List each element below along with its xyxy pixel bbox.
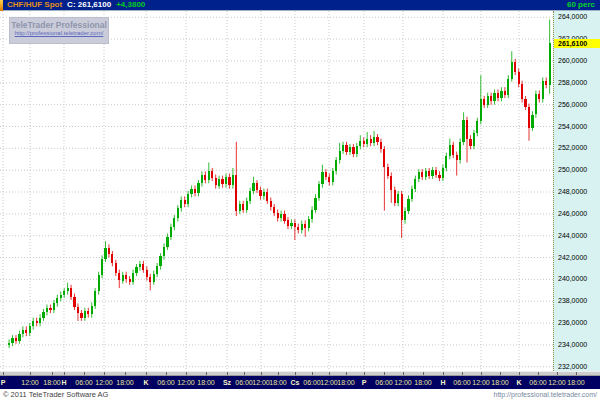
candle-body	[376, 137, 378, 141]
symbol-label: CHF/HUF Spot	[7, 0, 62, 10]
candle-body	[428, 171, 430, 175]
candle-body	[507, 79, 509, 95]
candle-body	[542, 81, 544, 100]
time-axis-tick	[481, 372, 482, 375]
time-axis-day-label: H	[61, 378, 66, 387]
candle-body	[73, 297, 75, 307]
time-axis-time-label: 06:00	[157, 378, 175, 387]
footer-bar: © 2011 TeleTrader Software AG http://pro…	[0, 389, 600, 400]
candle-body	[459, 142, 461, 161]
candle-body	[304, 224, 306, 228]
candle-body	[480, 99, 482, 121]
watermark: TeleTrader Professional http://professio…	[9, 17, 109, 44]
time-axis-tick	[206, 372, 207, 375]
price-axis-label: 256,0000	[558, 101, 587, 109]
candle-body	[394, 190, 396, 203]
candle-body	[42, 312, 44, 318]
interval-label[interactable]: 60 perc	[567, 0, 595, 10]
price-axis-label: 248,0000	[558, 188, 587, 196]
footer-url[interactable]: http://professional.teletrader.com/	[494, 390, 598, 400]
time-axis-tick	[443, 372, 444, 375]
candle-body	[342, 145, 344, 151]
candle-body	[524, 99, 526, 107]
candle-body	[438, 175, 440, 178]
price-chart-svg[interactable]	[0, 11, 553, 371]
candle-body	[142, 264, 144, 270]
candle-body	[345, 145, 347, 152]
time-axis-tick	[227, 372, 228, 375]
price-axis[interactable]: 261,6100 264,0000262,0000260,0000258,000…	[553, 11, 600, 371]
candle-body	[159, 256, 161, 266]
time-axis-tick	[364, 372, 365, 375]
candle-body	[111, 254, 113, 263]
candle-body	[25, 330, 27, 333]
candle-body	[466, 120, 468, 139]
time-axis-time-label: 18:00	[197, 378, 215, 387]
titlebar-accent-stripe	[0, 0, 3, 11]
time-axis-day-label: H	[440, 378, 445, 387]
price-axis-label: 242,0000	[558, 254, 587, 262]
candle-body	[187, 194, 189, 204]
candle-body	[545, 81, 547, 85]
candle-body	[280, 214, 282, 218]
candle-body	[122, 275, 124, 281]
candle-body	[435, 170, 437, 174]
candle-body	[218, 179, 220, 186]
candle-body	[531, 115, 533, 128]
candle-body	[490, 96, 492, 102]
candle-body	[535, 94, 537, 115]
chart-titlebar[interactable]: CHF/HUF Spot C: 261,6100 +4,3800 60 perc	[0, 0, 600, 11]
candle-body	[301, 224, 303, 231]
time-axis-time-label: 18:00	[269, 378, 287, 387]
time-axis-time-label: 06:00	[303, 378, 321, 387]
time-axis-time-label: 06:00	[453, 378, 471, 387]
last-close-value: C: 261,6100	[67, 0, 111, 10]
candle-body	[63, 291, 65, 294]
time-axis-tick	[423, 372, 424, 375]
candle-body	[449, 145, 451, 156]
price-axis-label: 252,0000	[558, 144, 587, 152]
time-axis-bar[interactable]: P12:0018:00H06:0012:0018:00K06:0012:0018…	[0, 376, 600, 389]
time-axis-time-label: 06:00	[75, 378, 93, 387]
candle-body	[259, 190, 261, 197]
candle-body	[232, 175, 234, 186]
candle-body	[8, 343, 10, 345]
candle-body	[252, 183, 254, 191]
candle-body	[273, 207, 275, 213]
candle-body	[153, 274, 155, 282]
candle-body	[84, 311, 86, 318]
chart-plot-area[interactable]: TeleTrader Professional http://professio…	[0, 11, 553, 371]
candle-body	[149, 277, 151, 281]
candle-body	[321, 172, 323, 184]
candle-body	[469, 139, 471, 147]
candle-body	[456, 155, 458, 161]
candle-body	[67, 288, 69, 291]
time-axis-time-label: 18:00	[337, 378, 355, 387]
candle-body	[146, 270, 148, 278]
candle-body	[287, 220, 289, 226]
candle-body	[518, 72, 520, 84]
time-axis-time-label: 06:00	[375, 378, 393, 387]
time-axis-tick	[403, 372, 404, 375]
candle-body	[442, 168, 444, 178]
price-axis-label: 250,0000	[558, 166, 587, 174]
candle-body	[129, 279, 131, 281]
candle-body	[366, 139, 368, 145]
time-axis-time-label: 18:00	[116, 378, 134, 387]
time-axis-tick	[346, 372, 347, 375]
candle-body	[132, 273, 134, 282]
time-axis-day-label: P	[362, 378, 367, 387]
watermark-url[interactable]: http://professional.teletrader.com/	[10, 30, 108, 37]
candle-body	[246, 201, 248, 210]
time-axis-day-label: K	[516, 378, 521, 387]
candle-body	[173, 218, 175, 227]
candle-body	[156, 266, 158, 274]
candle-body	[414, 179, 416, 189]
time-axis-time-label: 12:00	[472, 378, 490, 387]
candle-body	[11, 338, 13, 342]
candle-body	[308, 219, 310, 228]
candle-body	[425, 171, 427, 177]
price-axis-label: 260,0000	[558, 57, 587, 65]
candle-body	[497, 93, 499, 99]
price-axis-label: 238,0000	[558, 297, 587, 305]
